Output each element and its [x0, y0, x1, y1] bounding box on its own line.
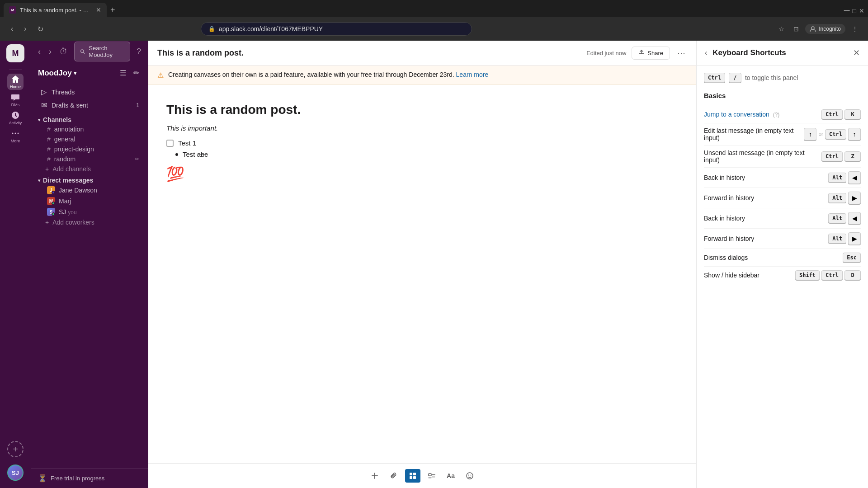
add-workspace-button[interactable]: +	[7, 441, 24, 457]
kb-edit-keys: ↑ or Ctrl ↑	[804, 128, 861, 141]
grid-button[interactable]	[405, 469, 420, 483]
help-icon: (?)	[773, 112, 780, 118]
channels-section-header[interactable]: ▾ Channels	[31, 113, 148, 124]
edited-label: Edited just now	[586, 50, 626, 56]
workspace-icon[interactable]: M	[6, 44, 24, 62]
rail-activity-label: Activity	[9, 121, 22, 125]
svg-point-20	[468, 475, 469, 476]
browser-back-button[interactable]: ‹	[7, 23, 17, 35]
slash-key-toggle: /	[729, 73, 741, 83]
add-coworkers-icon: +	[45, 219, 49, 226]
workspace-name[interactable]: MoodJoy ▾	[38, 69, 76, 78]
learn-more-link[interactable]: Learn more	[456, 71, 489, 78]
address-bar[interactable]: 🔒 app.slack.com/client/T067MEBPPUY	[201, 22, 472, 36]
add-coworkers-button[interactable]: + Add coworkers	[31, 217, 148, 227]
add-channels-label: Add channels	[52, 165, 91, 173]
font-icon: Aa	[447, 472, 455, 479]
bullet-item-1: Test abc	[166, 150, 678, 158]
dms-icon	[11, 93, 20, 102]
kb-back-2-label: Back in history	[704, 215, 828, 222]
kb-back-1-label: Back in history	[704, 174, 828, 181]
checkbox-1[interactable]	[166, 140, 174, 147]
browser-forward-button[interactable]: ›	[20, 23, 30, 35]
warning-text: Creating canvases on their own is a paid…	[168, 70, 488, 80]
split-view-button[interactable]: ⊡	[791, 23, 802, 34]
free-trial-label: Free trial in progress	[51, 475, 104, 482]
hash-icon: #	[47, 145, 51, 153]
post-title: This is a random post.	[157, 48, 244, 58]
browser-menu-button[interactable]: ⋮	[849, 23, 861, 34]
search-bar[interactable]: Search MoodJoy	[74, 42, 130, 61]
free-trial-section[interactable]: ⏳ Free trial in progress	[31, 468, 148, 488]
kb-back-button[interactable]: ‹	[704, 48, 708, 58]
add-channels-icon: +	[45, 165, 49, 173]
sidebar-item-drafts[interactable]: ✉ Drafts & sent 1	[33, 99, 146, 112]
dm-jane-dawson[interactable]: J Jane Dawson	[33, 185, 146, 196]
dm-section-label: Direct messages	[43, 177, 93, 184]
kb-close-button[interactable]: ✕	[852, 47, 861, 59]
sidebar-item-threads[interactable]: ▷ Threads	[33, 85, 146, 99]
browser-chrome: M This is a random post. - Mood... ✕ + ─…	[0, 0, 868, 41]
rail-item-dms[interactable]: DMs	[7, 92, 24, 108]
search-placeholder: Search MoodJoy	[89, 45, 124, 58]
kb-row-unsend: Unsend last message (in empty text input…	[704, 145, 861, 168]
sidebar-header-icons: ☰ ✏	[118, 68, 141, 78]
kb-row-dismiss: Dismiss dialogs Esc	[704, 249, 861, 267]
arrow-up-key-1: ↑	[804, 128, 816, 141]
add-button[interactable]	[367, 469, 382, 483]
close-browser-button[interactable]: ✕	[859, 7, 864, 14]
browser-refresh-button[interactable]: ↻	[34, 23, 47, 35]
workspace-chevron-icon: ▾	[74, 70, 76, 76]
help-button[interactable]: ?	[135, 45, 143, 58]
checkbox-label-1: Test 1	[178, 139, 196, 147]
channel-general[interactable]: # general	[33, 134, 146, 144]
attachment-button[interactable]	[386, 469, 401, 483]
bookmark-star-button[interactable]: ☆	[776, 23, 787, 34]
warning-icon: ⚠	[157, 71, 164, 80]
back-button[interactable]: ‹	[36, 45, 42, 58]
channel-annotation[interactable]: # annotation	[33, 124, 146, 134]
tab-close-button[interactable]: ✕	[96, 6, 101, 14]
forward-button[interactable]: ›	[47, 45, 53, 58]
dm-sj[interactable]: S SJ you	[33, 206, 146, 217]
post-body: This is a random post. This is important…	[148, 84, 696, 463]
share-button[interactable]: Share	[632, 47, 670, 60]
filter-button[interactable]: ☰	[118, 68, 128, 78]
warning-banner: ⚠ Creating canvases on their own is a pa…	[148, 66, 696, 84]
channel-random[interactable]: # random ✏	[33, 154, 146, 164]
browser-tab-active[interactable]: M This is a random post. - Mood... ✕	[4, 3, 107, 17]
user-avatar-rail[interactable]: SJ	[7, 465, 24, 481]
arrow-right-key-2: ▶	[848, 232, 861, 245]
emoji-icon	[466, 472, 474, 480]
new-tab-button[interactable]: +	[107, 4, 119, 17]
channel-name: general	[54, 136, 139, 143]
checklist-button[interactable]	[424, 469, 439, 483]
rail-item-home[interactable]: Home	[7, 74, 24, 90]
emoji-button[interactable]	[462, 469, 477, 483]
sidebar-main-items: ▷ Threads ✉ Drafts & sent 1	[31, 84, 148, 113]
minimize-button[interactable]: ─	[844, 6, 850, 15]
font-button[interactable]: Aa	[443, 469, 458, 482]
add-channels-button[interactable]: + Add channels	[31, 164, 148, 174]
jump-link[interactable]: Jump to a conversation	[704, 111, 769, 118]
italic-this-is: This is important.	[166, 124, 218, 132]
k-key: K	[844, 109, 861, 119]
browser-nav: ‹ › ↻ 🔒 app.slack.com/client/T067MEBPPUY…	[0, 17, 868, 41]
kb-title: Keyboard Shortcuts	[712, 48, 848, 57]
main-content: This is a random post. Edited just now S…	[148, 41, 696, 488]
compose-button[interactable]: ✏	[132, 68, 141, 78]
maximize-button[interactable]: □	[853, 7, 856, 14]
emoji-100: 💯	[166, 165, 678, 183]
url-text: app.slack.com/client/T067MEBPPUY	[219, 25, 323, 33]
esc-key: Esc	[843, 253, 861, 263]
more-button[interactable]: ⋯	[675, 46, 687, 60]
dm-section-header[interactable]: ▾ Direct messages	[31, 174, 148, 185]
channel-project-design[interactable]: # project-design	[33, 144, 146, 154]
svg-point-21	[470, 475, 471, 476]
rail-item-more[interactable]: More	[7, 128, 24, 144]
rail-home-label: Home	[10, 84, 21, 89]
rail-item-activity[interactable]: Activity	[7, 110, 24, 126]
kb-unsend-keys: Ctrl Z	[821, 151, 861, 161]
history-button[interactable]: ⏱	[58, 45, 70, 58]
dm-marj[interactable]: M Marj	[33, 196, 146, 206]
